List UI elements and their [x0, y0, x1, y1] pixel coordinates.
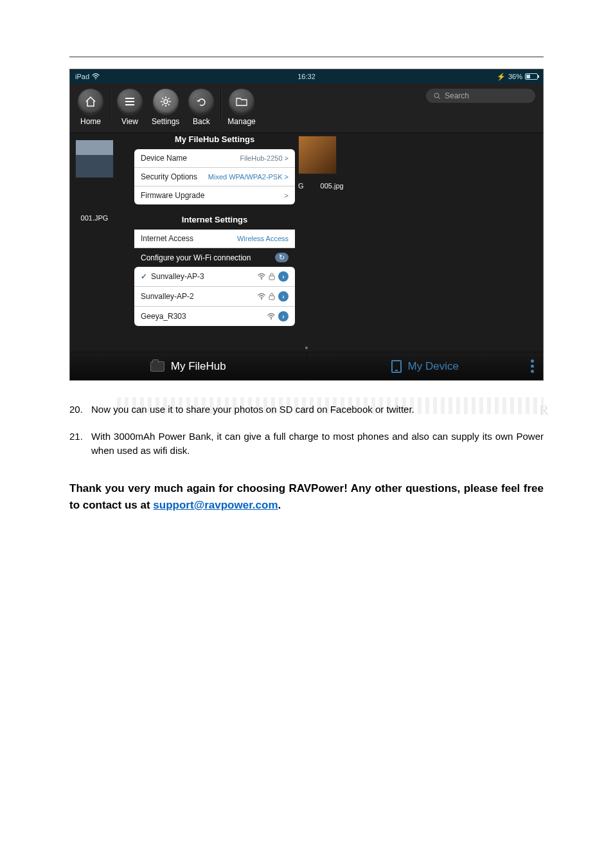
network-name: Sunvalley-AP-2	[141, 292, 194, 301]
settings-button[interactable]: Settings	[152, 89, 179, 126]
wifi-signal-icon	[258, 273, 265, 280]
refresh-icon[interactable]: ↻	[275, 253, 289, 262]
status-bar: iPad 16:32 ⚡ 36%	[70, 69, 543, 84]
cell-value: FileHub-2250 >	[240, 154, 289, 162]
content-area: 001.JPG G 005.jpg My FileHub Settings De…	[70, 133, 543, 307]
status-device: iPad	[75, 73, 89, 80]
tab-label: Settings	[152, 117, 179, 126]
search-icon	[434, 93, 441, 100]
cell-value: Wireless Access	[237, 235, 289, 242]
device-icon	[391, 360, 402, 373]
list-item: 20. R Now you can use it to share your p…	[69, 402, 544, 417]
detail-disclosure-icon[interactable]: ›	[278, 271, 289, 282]
page-rule	[69, 57, 544, 57]
undo-icon	[196, 96, 206, 107]
svg-point-0	[164, 100, 168, 104]
wifi-signal-icon	[267, 313, 275, 320]
list-icon	[125, 97, 135, 106]
svg-point-4	[261, 298, 262, 300]
list-number: 20.	[69, 402, 86, 417]
section-heading: My FileHub Settings	[134, 129, 295, 149]
settings-row[interactable]: Device NameFileHub-2250 >	[134, 149, 295, 168]
tab-my-device[interactable]: My Device	[306, 352, 544, 380]
lock-icon	[269, 293, 275, 300]
cell-label: Firmware Upgrade	[141, 191, 204, 200]
page-dot	[305, 347, 308, 349]
toolbar-divider	[220, 89, 221, 120]
svg-point-2	[261, 278, 262, 280]
screenshot-container: iPad 16:32 ⚡ 36% Home	[69, 69, 544, 381]
wifi-network-row[interactable]: Sunvalley-AP-2›	[134, 287, 295, 307]
thumb-label: 005.jpg	[321, 182, 344, 190]
thumb-label: 001.JPG	[70, 214, 119, 222]
folder-icon	[150, 361, 164, 372]
list-number: 21.	[69, 429, 86, 458]
settings-popover: My FileHub Settings Device NameFileHub-2…	[134, 129, 295, 326]
wifi-icon	[92, 73, 100, 80]
lock-icon	[269, 273, 275, 280]
thank-you-paragraph: Thank you very much again for choosing R…	[69, 480, 544, 513]
settings-row[interactable]: Firmware Upgrade>	[134, 186, 295, 204]
settings-row[interactable]: Security OptionsMixed WPA/WPA2-PSK >	[134, 168, 295, 186]
search-placeholder: Search	[445, 91, 469, 100]
section-heading: Internet Settings	[134, 210, 295, 230]
bottom-tab-bar: My FileHub My Device	[70, 352, 543, 380]
tab-label: Manage	[227, 117, 255, 126]
thankyou-post: .	[278, 499, 281, 511]
wifi-signal-icon	[258, 293, 265, 300]
svg-rect-3	[269, 276, 274, 280]
battery-icon	[525, 73, 538, 80]
thumb-label: G	[298, 182, 304, 190]
cell-value: >	[285, 192, 289, 199]
tab-label: Home	[80, 117, 101, 126]
tab-label: My FileHub	[171, 360, 226, 373]
gear-icon	[160, 96, 172, 107]
network-name: Geeya_R303	[141, 312, 186, 321]
list-text: Now you can use it to share your photos …	[91, 404, 414, 415]
tab-label: Back	[193, 117, 210, 126]
wifi-network-row[interactable]: Geeya_R303›	[134, 307, 295, 326]
home-icon	[85, 96, 96, 107]
internet-access-row[interactable]: Internet Access Wireless Access	[134, 230, 295, 248]
home-button[interactable]: Home	[78, 89, 103, 126]
tab-label: View	[121, 117, 138, 126]
watermark-r: R	[539, 400, 549, 420]
cell-label: Device Name	[141, 154, 187, 163]
ipad-screenshot: iPad 16:32 ⚡ 36% Home	[69, 69, 544, 381]
tab-my-filehub[interactable]: My FileHub	[70, 352, 306, 380]
manage-button[interactable]: Manage	[227, 89, 255, 126]
cell-label: Security Options	[141, 172, 197, 181]
instruction-list: 20. R Now you can use it to share your p…	[69, 402, 544, 457]
back-button[interactable]: Back	[188, 89, 214, 126]
filehub-settings-list: Device NameFileHub-2250 >Security Option…	[134, 149, 295, 204]
status-time: 16:32	[298, 73, 315, 80]
more-icon[interactable]	[531, 359, 534, 373]
list-text: With 3000mAh Power Bank, it can give a f…	[91, 429, 544, 458]
wifi-network-list: ✓Sunvalley-AP-3›Sunvalley-AP-2›Geeya_R30…	[134, 267, 295, 326]
detail-disclosure-icon[interactable]: ›	[278, 291, 289, 302]
cell-label: Internet Access	[141, 234, 193, 243]
wifi-network-row[interactable]: ✓Sunvalley-AP-3›	[134, 267, 295, 287]
photo-thumbnail[interactable]	[75, 140, 114, 178]
configure-label: Configure your Wi-Fi connection	[141, 253, 251, 262]
support-email-link[interactable]: support@ravpower.com	[153, 499, 278, 511]
network-name: ✓Sunvalley-AP-3	[141, 272, 204, 281]
cell-value: Mixed WPA/WPA2-PSK >	[208, 173, 289, 181]
toolbar-divider	[110, 89, 111, 120]
search-input[interactable]: Search	[426, 89, 535, 103]
detail-disclosure-icon[interactable]: ›	[278, 311, 289, 321]
svg-rect-5	[269, 296, 274, 300]
tab-label: My Device	[408, 360, 459, 373]
folder-icon	[236, 96, 247, 107]
svg-point-6	[271, 318, 272, 320]
charging-icon: ⚡	[497, 73, 506, 81]
configure-wifi-row: Configure your Wi-Fi connection ↻	[134, 248, 295, 267]
thankyou-pre: Thank you very much again for choosing R…	[69, 482, 544, 511]
photo-thumbnail[interactable]	[298, 136, 337, 174]
top-toolbar: Home View Settings Back	[70, 84, 543, 133]
view-button[interactable]: View	[117, 89, 143, 126]
svg-point-1	[434, 93, 439, 98]
battery-percent: 36%	[508, 73, 522, 80]
list-item: 21. With 3000mAh Power Bank, it can give…	[69, 429, 544, 458]
